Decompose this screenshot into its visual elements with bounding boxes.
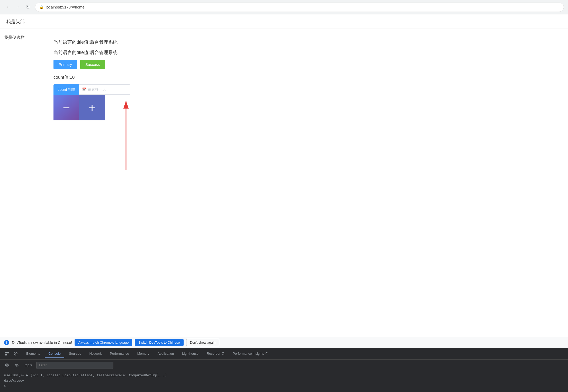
sidebar-text: 我是侧边栏 <box>4 35 25 40</box>
clear-console-icon[interactable] <box>3 361 11 369</box>
header-text: 我是头部 <box>6 19 25 25</box>
switch-chinese-button[interactable]: Switch DevTools to Chinese <box>135 339 183 346</box>
console-line-1: useI18n()= ▶ {id: 1, locale: ComputedRef… <box>4 373 564 377</box>
tab-elements[interactable]: Elements <box>23 350 44 358</box>
devtools-panel: i DevTools is now available in Chinese! … <box>0 337 568 392</box>
console-line-2: dateValue= <box>4 379 564 382</box>
devtools-icons <box>3 350 20 358</box>
info-icon: i <box>4 340 9 345</box>
devtools-output: useI18n()= ▶ {id: 1, locale: ComputedRef… <box>0 371 568 392</box>
always-match-button[interactable]: Always match Chrome's language <box>75 339 132 346</box>
back-button[interactable]: ← <box>4 3 12 11</box>
counter-row: count自增 📅 请选择一天 <box>53 84 556 95</box>
primary-button[interactable]: Primary <box>53 60 77 69</box>
title-line-1: 当前语言的title值:后台管理系统 <box>53 39 556 45</box>
app-body: 我是侧边栏 当前语言的title值:后台管理系统 当前语言的title值:后台管… <box>0 29 568 310</box>
browser-toolbar: ← → ↻ 🔒 localhost:5173/#/home <box>0 0 568 14</box>
tab-lighthouse[interactable]: Lighthouse <box>178 350 202 358</box>
counter-buttons: − + <box>53 95 556 120</box>
date-placeholder: 请选择一天 <box>88 87 106 92</box>
app-sidebar: 我是侧边栏 <box>0 29 41 310</box>
forward-icon: → <box>16 4 20 10</box>
count-label: count值:10 <box>53 74 556 80</box>
devtools-tabs: Elements Console Sources Network Perform… <box>0 348 568 359</box>
console-prompt: > <box>4 384 6 388</box>
console-filter-input[interactable] <box>36 362 113 369</box>
calendar-icon: 📅 <box>82 87 86 92</box>
devtools-console-bar: top ▾ <box>0 359 568 371</box>
tab-recorder[interactable]: Recorder ⚗ <box>203 350 228 358</box>
success-button[interactable]: Success <box>80 60 105 69</box>
eye-icon[interactable] <box>13 361 21 369</box>
nav-buttons: ← → ↻ <box>4 3 32 11</box>
app-header: 我是头部 <box>0 14 568 29</box>
circle-icon[interactable] <box>12 350 20 358</box>
svg-point-11 <box>16 365 17 366</box>
title-line-2: 当前语言的title值:后台管理系统 <box>53 49 556 56</box>
increment-button[interactable]: + <box>79 95 105 120</box>
elements-panel-icon[interactable] <box>3 350 11 358</box>
lock-icon: 🔒 <box>39 5 44 9</box>
console-text-1: useI18n()= ▶ {id: 1, locale: ComputedRef… <box>4 373 167 377</box>
reload-icon: ↻ <box>26 4 30 10</box>
svg-rect-3 <box>7 352 9 353</box>
tab-application[interactable]: Application <box>154 350 178 358</box>
minus-icon: − <box>63 101 70 115</box>
top-label: top <box>25 363 29 367</box>
tab-performance[interactable]: Performance <box>106 350 132 358</box>
top-context-button[interactable]: top ▾ <box>23 362 34 368</box>
counter-auto-button[interactable]: count自增 <box>53 84 79 95</box>
dont-show-button[interactable]: Don't show again <box>186 339 219 346</box>
notification-text: DevTools is now available in Chinese! <box>12 341 72 345</box>
tab-sources[interactable]: Sources <box>65 350 85 358</box>
decrement-button[interactable]: − <box>53 95 79 120</box>
page-area: 我是头部 我是侧边栏 当前语言的title值:后台管理系统 当前语言的title… <box>0 14 568 310</box>
address-bar[interactable]: 🔒 localhost:5173/#/home <box>35 3 564 12</box>
console-text-2: dateValue= <box>4 379 24 382</box>
svg-point-10 <box>15 364 18 366</box>
date-picker[interactable]: 📅 请选择一天 <box>79 84 130 95</box>
button-row: Primary Success <box>53 60 556 69</box>
app-main: 当前语言的title值:后台管理系统 当前语言的title值:后台管理系统 Pr… <box>41 29 568 310</box>
devtools-info-bar: i DevTools is now available in Chinese! … <box>0 337 568 348</box>
url-text: localhost:5173/#/home <box>46 5 85 9</box>
console-prompt-line[interactable]: > <box>4 384 564 388</box>
svg-rect-2 <box>5 352 7 353</box>
forward-button[interactable]: → <box>14 3 22 11</box>
reload-button[interactable]: ↻ <box>24 3 32 11</box>
tab-network[interactable]: Network <box>86 350 105 358</box>
tab-performance-insights[interactable]: Performance insights ⚗ <box>229 350 272 358</box>
svg-rect-4 <box>5 354 7 355</box>
chevron-down-icon: ▾ <box>30 363 32 367</box>
back-icon: ← <box>6 4 11 10</box>
tab-memory[interactable]: Memory <box>134 350 153 358</box>
plus-icon: + <box>88 101 96 115</box>
tab-console[interactable]: Console <box>45 350 64 358</box>
